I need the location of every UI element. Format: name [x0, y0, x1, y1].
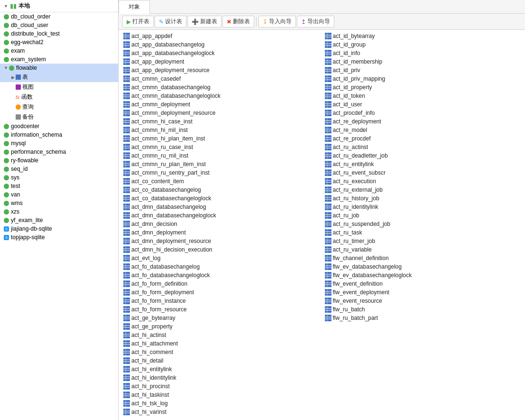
table-row[interactable]: act_ru_execution — [322, 177, 524, 186]
design-table-button[interactable]: ✎ 设计表 — [155, 16, 186, 28]
table-row[interactable]: act_cmmn_deployment_resource — [120, 109, 322, 117]
table-row[interactable]: act_cmmn_casedef — [120, 75, 322, 83]
table-row[interactable]: act_id_token — [322, 92, 524, 100]
table-row[interactable]: flw_event_deployment — [322, 288, 524, 297]
table-row[interactable]: act_app_databasechangelog — [120, 40, 322, 49]
table-row[interactable]: act_cmmn_deployment — [120, 100, 322, 109]
sidebar-item-goodcenter[interactable]: goodcenter — [0, 122, 118, 131]
sidebar-item-van[interactable]: van — [0, 190, 118, 199]
delete-table-button[interactable]: ✖ 删除表 — [222, 16, 254, 28]
table-row[interactable]: act_hi_tsk_log — [120, 399, 322, 408]
tab-objects[interactable]: 对象 — [119, 0, 150, 14]
table-row[interactable]: act_id_membership — [322, 57, 524, 66]
sidebar-item-seq_id[interactable]: seq_id — [0, 165, 118, 173]
table-row[interactable]: act_app_deployment_resource — [120, 66, 322, 75]
table-row[interactable]: act_hi_procinst — [120, 382, 322, 391]
table-row[interactable]: act_hi_varinst — [120, 408, 322, 416]
table-row[interactable]: act_cmmn_ru_case_inst — [120, 143, 322, 151]
sidebar-item-mysql[interactable]: mysql — [0, 139, 118, 148]
table-row[interactable]: flw_ru_batch_part — [322, 314, 524, 322]
sidebar-item-flowable[interactable]: ▼ flowable — [0, 64, 118, 72]
table-row[interactable]: act_dmn_hi_decision_execution — [120, 245, 322, 254]
table-row[interactable]: flw_event_definition — [322, 280, 524, 288]
export-wizard-button[interactable]: ↥ 导出向导 — [297, 16, 334, 28]
table-row[interactable]: act_id_priv_mapping — [322, 75, 524, 83]
sidebar-item-wms[interactable]: wms — [0, 199, 118, 207]
sidebar-flowable-child-视图[interactable]: ▶ 视图 — [0, 82, 118, 92]
table-row[interactable]: act_ge_bytearray — [120, 314, 322, 322]
table-row[interactable]: act_evt_log — [120, 254, 322, 262]
table-row[interactable]: act_id_group — [322, 40, 524, 49]
table-row[interactable]: act_hi_taskinst — [120, 391, 322, 399]
sidebar-item-topjapp-sqlite[interactable]: S topjapp-sqlite — [0, 233, 118, 242]
table-row[interactable]: act_fo_form_resource — [120, 305, 322, 314]
table-row[interactable]: act_procdef_info — [322, 109, 524, 117]
table-row[interactable]: act_ru_variable — [322, 245, 524, 254]
table-row[interactable]: act_hi_detail — [120, 356, 322, 365]
table-row[interactable]: act_id_priv — [322, 66, 524, 75]
sidebar-item-yf_exam_lite[interactable]: yf_exam_lite — [0, 216, 118, 224]
table-row[interactable]: act_fo_databasechangeloglock — [120, 271, 322, 280]
table-row[interactable]: act_ru_task — [322, 228, 524, 237]
table-row[interactable]: act_ru_timer_job — [322, 237, 524, 245]
open-table-button[interactable]: ▶ 打开表 — [122, 16, 154, 28]
table-row[interactable]: flw_ev_databasechangeloglock — [322, 271, 524, 280]
sidebar-item-performance_schema[interactable]: performance_schema — [0, 148, 118, 156]
table-row[interactable]: act_cmmn_ru_mil_inst — [120, 151, 322, 160]
sidebar-item-distribute_lock_test[interactable]: distribute_lock_test — [0, 29, 118, 38]
table-row[interactable]: act_ru_history_job — [322, 194, 524, 203]
table-row[interactable]: act_hi_identitylink — [120, 373, 322, 382]
table-row[interactable]: flw_ev_databasechangelog — [322, 262, 524, 271]
sidebar-item-ry-flowable[interactable]: ry-flowable — [0, 156, 118, 165]
table-row[interactable]: act_co_databasechangeloglock — [120, 194, 322, 203]
table-row[interactable]: act_id_info — [322, 49, 524, 57]
sidebar-flowable-child-函数[interactable]: ▶fx 函数 — [0, 92, 118, 102]
sidebar-item-sys[interactable]: sys — [0, 173, 118, 182]
table-row[interactable]: act_app_deployment — [120, 57, 322, 66]
sidebar-item-test[interactable]: test — [0, 182, 118, 190]
table-row[interactable]: act_fo_databasechangelog — [120, 262, 322, 271]
table-row[interactable]: act_ru_identitylink — [322, 203, 524, 211]
table-row[interactable]: act_id_user — [322, 100, 524, 109]
sidebar-item-information_schema[interactable]: information_schema — [0, 131, 118, 139]
table-row[interactable]: act_id_bytearray — [322, 32, 524, 40]
import-wizard-button[interactable]: ↧ 导入向导 — [258, 16, 296, 28]
table-row[interactable]: act_hi_attachment — [120, 339, 322, 348]
table-row[interactable]: act_id_property — [322, 83, 524, 92]
table-row[interactable]: act_ge_property — [120, 322, 322, 331]
table-row[interactable]: act_app_appdef — [120, 32, 322, 40]
table-row[interactable]: act_dmn_deployment — [120, 228, 322, 237]
sidebar-item-jiajiang-db-sqlite[interactable]: S jiajiang-db-sqlite — [0, 224, 118, 233]
table-row[interactable]: act_cmmn_hi_mil_inst — [120, 126, 322, 134]
table-row[interactable]: act_ru_external_job — [322, 186, 524, 194]
table-row[interactable]: act_co_content_item — [120, 177, 322, 186]
table-row[interactable]: act_ru_job — [322, 211, 524, 220]
table-row[interactable]: act_hi_entitylink — [120, 365, 322, 373]
table-row[interactable]: flw_channel_definition — [322, 254, 524, 262]
table-row[interactable]: act_hi_actinst — [120, 331, 322, 339]
table-row[interactable]: act_fo_form_deployment — [120, 288, 322, 297]
table-row[interactable]: flw_event_resource — [322, 297, 524, 305]
table-row[interactable]: act_ru_actinst — [322, 143, 524, 151]
sidebar-item-egg-wechat2[interactable]: egg-wechat2 — [0, 38, 118, 47]
table-row[interactable]: act_ru_suspended_job — [322, 220, 524, 228]
table-row[interactable]: act_dmn_decision — [120, 220, 322, 228]
table-row[interactable]: act_cmmn_databasechangelog — [120, 83, 322, 92]
table-row[interactable]: act_cmmn_hi_case_inst — [120, 117, 322, 126]
table-row[interactable]: flw_ru_batch — [322, 305, 524, 314]
table-row[interactable]: act_dmn_deployment_resource — [120, 237, 322, 245]
new-table-button[interactable]: ➕ 新建表 — [187, 16, 221, 28]
sidebar-flowable-child-查询[interactable]: ▶ 查询 — [0, 102, 118, 112]
sidebar-item-db_cloud_user[interactable]: db_cloud_user — [0, 21, 118, 29]
table-row[interactable]: act_fo_form_definition — [120, 280, 322, 288]
table-row[interactable]: act_cmmn_databasechangeloglock — [120, 92, 322, 100]
table-row[interactable]: act_ru_deadletter_job — [322, 151, 524, 160]
table-row[interactable]: act_re_model — [322, 126, 524, 134]
sidebar-item-db_cloud_order[interactable]: db_cloud_order — [0, 12, 118, 21]
sidebar-item-exam[interactable]: exam — [0, 47, 118, 55]
table-row[interactable]: act_ru_entitylink — [322, 160, 524, 168]
table-row[interactable]: act_ru_event_subscr — [322, 168, 524, 177]
table-row[interactable]: act_hi_comment — [120, 348, 322, 356]
sidebar-item-xzs[interactable]: xzs — [0, 207, 118, 216]
table-row[interactable]: act_re_procdef — [322, 134, 524, 143]
